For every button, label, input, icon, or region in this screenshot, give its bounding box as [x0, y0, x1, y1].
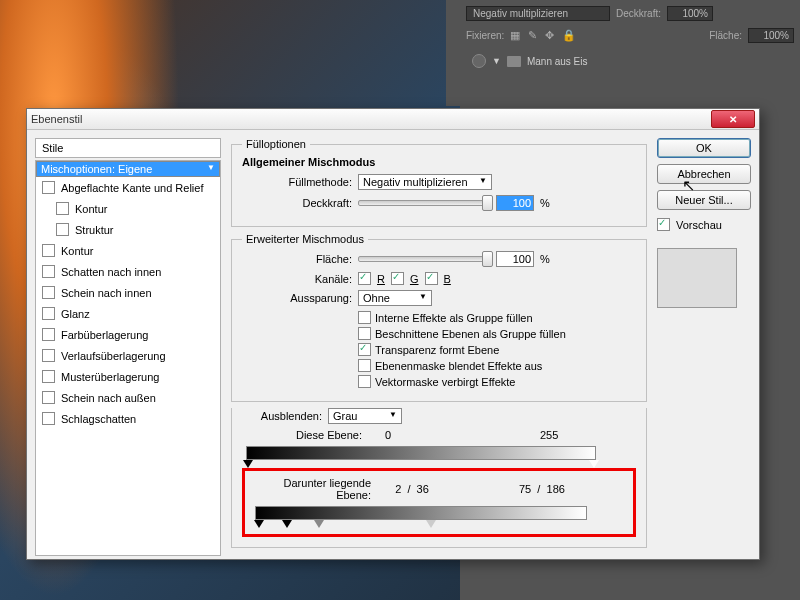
blendif-label: Ausblenden:	[242, 410, 322, 422]
check-transparency[interactable]	[358, 343, 371, 356]
fill-method-label: Füllmethode:	[242, 176, 352, 188]
visibility-icon[interactable]	[472, 54, 486, 68]
blendif-select[interactable]: Grau	[328, 408, 402, 424]
lock-position-icon[interactable]: ✥	[545, 29, 554, 42]
style-outer-glow[interactable]: Schein nach außen	[36, 387, 220, 408]
style-drop-shadow[interactable]: Schlagschatten	[36, 408, 220, 429]
style-blending-options[interactable]: Mischoptionen: Eigene	[36, 161, 220, 177]
ok-button[interactable]: OK	[657, 138, 751, 158]
fill-value[interactable]: 100%	[748, 28, 794, 43]
style-color-overlay[interactable]: Farbüberlagerung	[36, 324, 220, 345]
under-layer-label: Darunter liegende Ebene:	[251, 477, 371, 501]
styles-list: Mischoptionen: Eigene Abgeflachte Kante …	[35, 160, 221, 556]
style-texture[interactable]: Struktur	[36, 219, 220, 240]
fill-options-legend: Fülloptionen	[242, 138, 310, 150]
folder-icon	[507, 56, 521, 67]
knockout-select[interactable]: Ohne	[358, 290, 432, 306]
area-slider[interactable]	[358, 256, 490, 262]
style-gradient-overlay[interactable]: Verlaufsüberlagerung	[36, 345, 220, 366]
channel-g-check[interactable]	[391, 272, 404, 285]
this-layer-track[interactable]	[246, 446, 596, 460]
lock-label: Fixieren:	[466, 30, 504, 41]
preview-swatch	[657, 248, 737, 308]
channels-label: Kanäle:	[242, 273, 352, 285]
channel-b-check[interactable]	[425, 272, 438, 285]
check-mask-hides[interactable]	[358, 359, 371, 372]
general-blend-header: Allgemeiner Mischmodus	[242, 156, 636, 168]
blend-mode-select[interactable]: Negativ multiplizieren	[466, 6, 610, 21]
style-contour[interactable]: Kontur	[36, 198, 220, 219]
opacity-slider[interactable]	[358, 200, 490, 206]
style-bevel[interactable]: Abgeflachte Kante und Relief	[36, 177, 220, 198]
close-button[interactable]: ✕	[711, 110, 755, 128]
advanced-blend-legend: Erweiterter Mischmodus	[242, 233, 368, 245]
lock-paint-icon[interactable]: ✎	[528, 29, 537, 42]
chevron-down-icon[interactable]: ▼	[492, 56, 501, 66]
opacity-value[interactable]: 100%	[667, 6, 713, 21]
opacity-input[interactable]: 100	[496, 195, 534, 211]
styles-header: Stile	[35, 138, 221, 158]
knockout-label: Aussparung:	[242, 292, 352, 304]
this-layer-label: Diese Ebene:	[242, 429, 362, 441]
layer-style-dialog: Ebenenstil ✕ Stile Mischoptionen: Eigene…	[26, 108, 760, 560]
fill-label: Fläche:	[709, 30, 742, 41]
style-inner-glow[interactable]: Schein nach innen	[36, 282, 220, 303]
lock-transparency-icon[interactable]: ▦	[510, 29, 520, 42]
check-clipped[interactable]	[358, 327, 371, 340]
style-pattern-overlay[interactable]: Musterüberlagerung	[36, 366, 220, 387]
fill-method-select[interactable]: Negativ multiplizieren	[358, 174, 492, 190]
opacity-label: Deckkraft:	[616, 8, 661, 19]
lock-all-icon[interactable]: 🔒	[562, 29, 576, 42]
preview-check[interactable]	[657, 218, 670, 231]
channel-r-check[interactable]	[358, 272, 371, 285]
dialog-title: Ebenenstil	[31, 113, 82, 125]
area-input[interactable]: 100	[496, 251, 534, 267]
style-stroke[interactable]: Kontur	[36, 240, 220, 261]
under-layer-track[interactable]	[255, 506, 587, 520]
new-style-button[interactable]: Neuer Stil...	[657, 190, 751, 210]
area-label: Fläche:	[242, 253, 352, 265]
check-internal[interactable]	[358, 311, 371, 324]
style-inner-shadow[interactable]: Schatten nach innen	[36, 261, 220, 282]
opacity-label-d: Deckkraft:	[242, 197, 352, 209]
layer-name[interactable]: Mann aus Eis	[527, 56, 588, 67]
cancel-button[interactable]: Abbrechen	[657, 164, 751, 184]
style-satin[interactable]: Glanz	[36, 303, 220, 324]
check-vector-mask[interactable]	[358, 375, 371, 388]
